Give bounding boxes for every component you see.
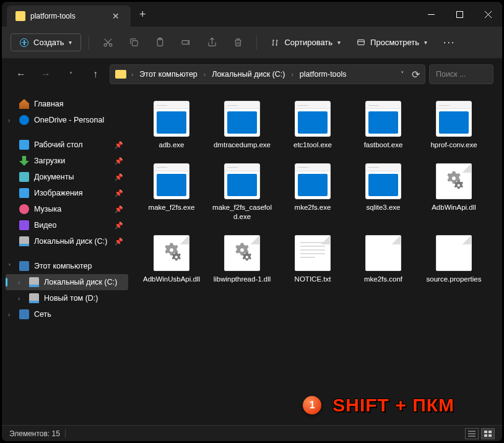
sidebar-quick-item[interactable]: Документы📌 bbox=[6, 169, 128, 185]
details-view-button[interactable] bbox=[465, 428, 479, 439]
sidebar-drive-item[interactable]: ›Новый том (D:) bbox=[6, 290, 128, 306]
chevron-right-icon: › bbox=[129, 71, 136, 78]
svg-rect-3 bbox=[133, 41, 138, 46]
sidebar-quick-item[interactable]: Видео📌 bbox=[6, 217, 128, 233]
sidebar-label: OneDrive - Personal bbox=[34, 116, 104, 124]
file-item[interactable]: adb.exe bbox=[138, 98, 205, 152]
file-item[interactable]: hprof-conv.exe bbox=[420, 98, 487, 152]
file-grid[interactable]: adb.exedmtracedump.exeetc1tool.exefastbo… bbox=[132, 90, 502, 425]
file-name: adb.exe bbox=[159, 140, 185, 150]
copy-button[interactable] bbox=[123, 32, 145, 54]
chevron-down-icon: ▾ bbox=[69, 39, 72, 46]
sidebar-quick-item[interactable]: Изображения📌 bbox=[6, 185, 128, 201]
pin-icon: 📌 bbox=[115, 238, 123, 246]
file-item[interactable]: mke2fs.exe bbox=[279, 161, 346, 224]
exe-icon bbox=[295, 101, 331, 137]
file-item[interactable]: AdbWinApi.dll bbox=[420, 161, 487, 224]
cut-button[interactable] bbox=[97, 32, 119, 54]
share-button[interactable] bbox=[201, 32, 223, 54]
sidebar-network[interactable]: › Сеть bbox=[6, 306, 128, 322]
svg-point-9 bbox=[458, 184, 460, 186]
breadcrumb-item[interactable]: Этот компьютер bbox=[138, 69, 198, 80]
minimize-button[interactable] bbox=[417, 2, 445, 27]
file-item[interactable]: AdbWinUsbApi.dll bbox=[138, 233, 205, 286]
file-item[interactable]: fastboot.exe bbox=[350, 98, 417, 152]
file-item[interactable]: etc1tool.exe bbox=[279, 98, 346, 152]
chevron-down-icon[interactable]: ˅ bbox=[401, 71, 404, 79]
file-item[interactable]: NOTICE.txt bbox=[279, 233, 346, 286]
file-name: AdbWinApi.dll bbox=[432, 203, 476, 212]
file-name: sqlite3.exe bbox=[367, 203, 401, 212]
file-item[interactable]: mke2fs.conf bbox=[350, 233, 417, 286]
active-tab[interactable]: platform-tools ✕ bbox=[7, 6, 131, 27]
breadcrumb-item[interactable]: Локальный диск (C:) bbox=[211, 69, 286, 80]
svg-rect-14 bbox=[484, 431, 487, 433]
paste-button[interactable] bbox=[149, 32, 171, 54]
sidebar-label: Документы bbox=[34, 173, 74, 181]
forward-button[interactable]: → bbox=[35, 64, 56, 85]
back-button[interactable]: ← bbox=[11, 64, 32, 85]
close-button[interactable] bbox=[474, 2, 502, 27]
sidebar-quick-item[interactable]: Рабочий стол📌 bbox=[6, 137, 128, 153]
chevron-right-icon[interactable]: › bbox=[18, 295, 20, 302]
create-button[interactable]: Создать ▾ bbox=[11, 33, 81, 51]
plus-icon bbox=[20, 38, 28, 47]
sidebar-quick-item[interactable]: Локальный диск (C:)📌 bbox=[6, 233, 128, 249]
chevron-right-icon[interactable]: › bbox=[8, 311, 10, 318]
sidebar-label: Видео bbox=[34, 221, 57, 230]
delete-button[interactable] bbox=[227, 32, 249, 54]
cloud-icon bbox=[19, 115, 29, 125]
view-dropdown[interactable]: Просмотреть ▾ bbox=[350, 34, 433, 51]
file-item[interactable]: sqlite3.exe bbox=[350, 161, 417, 224]
sidebar-label: Главная bbox=[34, 100, 64, 108]
file-name: mke2fs.conf bbox=[364, 275, 402, 284]
down-icon bbox=[19, 156, 29, 166]
up-button[interactable]: ↑ bbox=[85, 64, 106, 85]
more-button[interactable]: ··· bbox=[437, 37, 461, 48]
svg-point-2 bbox=[110, 44, 112, 46]
icons-view-button[interactable] bbox=[481, 428, 495, 439]
sidebar-label: Локальный диск (C:) bbox=[34, 237, 107, 246]
file-item[interactable]: make_f2fs_casefold.exe bbox=[209, 161, 276, 224]
folder-icon bbox=[115, 70, 126, 79]
file-item[interactable]: dmtracedump.exe bbox=[209, 98, 276, 152]
svg-rect-15 bbox=[489, 431, 492, 433]
svg-rect-0 bbox=[456, 11, 463, 17]
chevron-right-icon[interactable]: › bbox=[8, 117, 10, 124]
exe-icon bbox=[224, 101, 260, 137]
maximize-button[interactable] bbox=[445, 2, 474, 27]
file-item[interactable]: source.properties bbox=[420, 233, 487, 286]
rename-button[interactable] bbox=[175, 32, 197, 54]
breadcrumb-item[interactable]: platform-tools bbox=[298, 69, 348, 80]
sidebar-drive-item[interactable]: ›Локальный диск (C:) bbox=[6, 274, 128, 290]
sidebar-this-pc[interactable]: ˅ Этот компьютер bbox=[6, 258, 128, 274]
dll-icon bbox=[224, 235, 260, 271]
new-tab-button[interactable]: + bbox=[131, 3, 155, 26]
tab-title: platform-tools bbox=[30, 12, 103, 20]
sort-dropdown[interactable]: Сортировать ▾ bbox=[264, 34, 347, 51]
file-name: fastboot.exe bbox=[364, 140, 403, 150]
sidebar-onedrive[interactable]: › OneDrive - Personal bbox=[6, 112, 128, 128]
disk-icon bbox=[19, 236, 29, 246]
sidebar-quick-item[interactable]: Музыка📌 bbox=[6, 201, 128, 217]
close-tab-icon[interactable]: ✕ bbox=[108, 10, 123, 22]
recent-dropdown[interactable]: ˅ bbox=[60, 64, 81, 85]
refresh-button[interactable]: ⟳ bbox=[412, 69, 420, 80]
file-name: source.properties bbox=[427, 275, 482, 284]
sidebar-label: Изображения bbox=[34, 189, 83, 197]
file-item[interactable]: make_f2fs.exe bbox=[138, 161, 205, 224]
pin-icon: 📌 bbox=[115, 189, 123, 197]
sidebar-quick-item[interactable]: Загрузки📌 bbox=[6, 153, 128, 169]
file-name: mke2fs.exe bbox=[295, 203, 331, 212]
pics-icon bbox=[19, 188, 29, 198]
chevron-right-icon[interactable]: › bbox=[18, 279, 20, 286]
search-input[interactable]: Поиск ... bbox=[429, 64, 493, 84]
svg-point-12 bbox=[240, 248, 244, 252]
sidebar-home[interactable]: Главная bbox=[6, 96, 128, 112]
dll-icon bbox=[154, 235, 189, 271]
status-bar: Элементов: 15 bbox=[2, 425, 502, 441]
chevron-down-icon[interactable]: ˅ bbox=[8, 263, 11, 270]
file-item[interactable]: libwinpthread-1.dll bbox=[209, 233, 276, 286]
folder-icon bbox=[15, 11, 25, 21]
address-bar[interactable]: › Этот компьютер › Локальный диск (C:) ›… bbox=[110, 64, 425, 84]
